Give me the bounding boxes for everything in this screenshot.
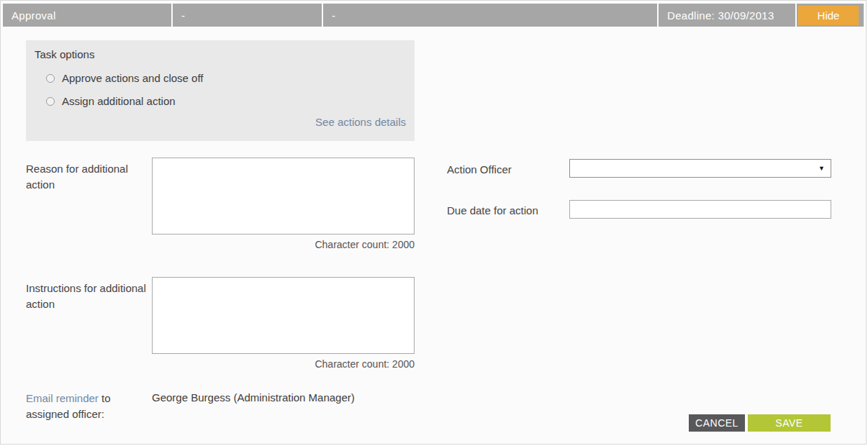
approval-task-page: Approval - - Deadline: 30/09/2013 Hide T… xyxy=(0,0,867,445)
action-officer-select[interactable]: ▼ xyxy=(569,159,831,178)
header-deadline: Deadline: 30/09/2013 xyxy=(659,4,795,27)
radio-button-icon[interactable] xyxy=(46,97,55,106)
reason-label: Reason for additional action xyxy=(26,161,141,193)
due-date-label: Due date for action xyxy=(447,203,569,219)
radio-button-icon[interactable] xyxy=(46,74,55,83)
due-date-input[interactable] xyxy=(569,200,831,219)
action-officer-label: Action Officer xyxy=(447,162,562,178)
radio-option-assign[interactable]: Assign additional action xyxy=(46,95,176,107)
header-hide-segment: Hide xyxy=(797,4,864,27)
email-reminder-block: Email reminder to assigned officer: xyxy=(26,391,145,422)
instructions-char-count: Character count: 2000 xyxy=(152,358,415,370)
reason-char-count: Character count: 2000 xyxy=(152,239,415,250)
header-field-2: - xyxy=(323,4,657,27)
reason-textarea[interactable] xyxy=(152,158,415,235)
radio-option-approve-label[interactable]: Approve actions and close off xyxy=(62,72,204,84)
task-options-panel: Task options Approve actions and close o… xyxy=(26,40,415,141)
see-actions-details-link[interactable]: See actions details xyxy=(315,116,406,128)
task-options-title: Task options xyxy=(35,48,94,60)
instructions-label: Instructions for additional action xyxy=(26,281,148,312)
assigned-officer-value: George Burgess (Administration Manager) xyxy=(152,391,355,404)
hide-button[interactable]: Hide xyxy=(798,6,859,25)
header-title: Approval xyxy=(3,4,171,27)
chevron-down-icon: ▼ xyxy=(818,165,825,172)
instructions-textarea[interactable] xyxy=(152,277,415,354)
radio-option-assign-label[interactable]: Assign additional action xyxy=(62,95,176,107)
header-bar: Approval - - Deadline: 30/09/2013 Hide xyxy=(3,4,864,27)
cancel-button[interactable]: CANCEL xyxy=(689,414,745,432)
header-field-1: - xyxy=(173,4,322,27)
radio-option-approve[interactable]: Approve actions and close off xyxy=(46,72,204,84)
email-reminder-link[interactable]: Email reminder xyxy=(26,392,99,404)
save-button[interactable]: SAVE xyxy=(748,414,831,432)
